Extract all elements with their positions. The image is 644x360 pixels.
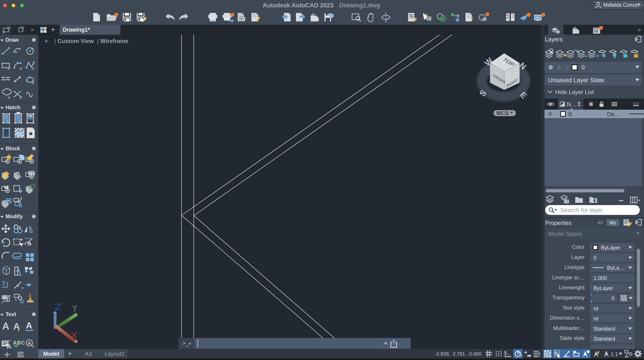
svg-text:A: A <box>26 320 32 330</box>
svg-text:A: A <box>28 340 31 346</box>
svg-text:Block: Block <box>6 145 20 151</box>
svg-text:Text: Text <box>6 311 16 317</box>
svg-text:Hatch: Hatch <box>6 104 20 110</box>
svg-text:Modify: Modify <box>6 213 23 219</box>
svg-text:Draw: Draw <box>6 37 19 43</box>
svg-text:i: i <box>557 30 558 34</box>
svg-text:WCS: WCS <box>496 110 509 116</box>
svg-text:A: A <box>7 343 12 350</box>
svg-text:A: A <box>2 320 9 331</box>
